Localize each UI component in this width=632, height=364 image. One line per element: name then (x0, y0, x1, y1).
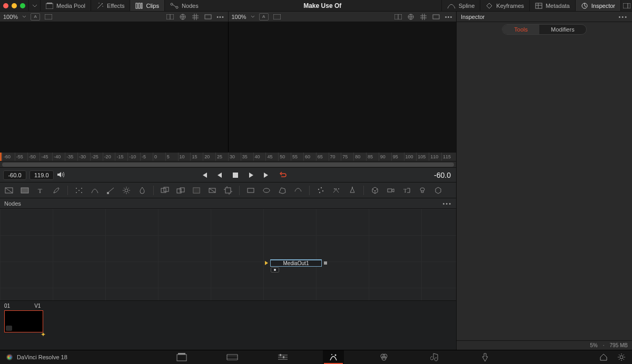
shape3d-tool-icon[interactable] (370, 186, 380, 195)
bspline-mask-icon[interactable] (293, 186, 303, 195)
minimize-window-button[interactable] (12, 3, 17, 8)
right-viewer-more-icon[interactable]: ••• (445, 13, 453, 21)
left-viewer-grid-icon[interactable] (191, 13, 200, 21)
edit-page-tab[interactable] (272, 350, 293, 364)
mediaout-node[interactable]: MediaOut1 (265, 259, 327, 267)
workspace-dropdown[interactable] (28, 0, 40, 11)
layout-toggle-button[interactable] (620, 0, 632, 11)
clips-button[interactable]: Clips (130, 0, 164, 11)
project-settings-button[interactable] (617, 353, 626, 361)
metadata-label: Metadata (546, 3, 570, 9)
keyframes-button[interactable]: Keyframes (480, 0, 529, 11)
inspector-button[interactable]: Inspector (575, 0, 620, 11)
left-viewer-globe-icon[interactable] (179, 13, 187, 21)
particles-tool-icon[interactable] (316, 186, 325, 195)
left-viewer[interactable] (0, 22, 228, 152)
go-start-button[interactable] (200, 171, 208, 179)
volume-icon[interactable] (57, 171, 65, 179)
ruler-tick: 35 (241, 153, 253, 161)
camera3d-tool-icon[interactable] (386, 186, 396, 195)
svg-rect-23 (21, 188, 28, 193)
media-page-tab[interactable] (171, 350, 192, 364)
node-input-port[interactable] (265, 261, 268, 265)
go-end-button[interactable] (263, 171, 271, 179)
inspector-tab-modifiers[interactable]: Modifiers (539, 25, 586, 34)
home-button[interactable] (599, 353, 608, 361)
light3d-tool-icon[interactable] (418, 186, 427, 195)
playhead-marker[interactable] (0, 153, 2, 161)
left-viewer-channel-chip[interactable]: A (31, 13, 40, 21)
fastnoise-tool-icon[interactable] (20, 186, 29, 195)
gpu-usage: 5% (590, 342, 597, 348)
right-viewer-globe-icon[interactable] (407, 13, 415, 21)
inspector-options-icon[interactable]: ••• (618, 14, 628, 20)
loop-button[interactable] (279, 171, 287, 179)
blur-tool-icon[interactable] (137, 186, 147, 195)
rectangle-mask-icon[interactable] (246, 186, 255, 195)
right-viewer-display-icon[interactable] (273, 13, 281, 21)
right-viewer-frame-icon[interactable] (432, 13, 440, 21)
prender-tool-icon[interactable] (332, 186, 341, 195)
colorcorrect-tool-icon[interactable] (106, 186, 115, 195)
clip-thumbnail[interactable]: ✦ (4, 310, 43, 332)
ellipse-mask-icon[interactable] (262, 186, 271, 195)
media-pool-button[interactable]: Media Pool (40, 0, 91, 11)
left-viewer-display-icon[interactable] (44, 13, 53, 21)
mattecontrol-tool-icon[interactable] (160, 186, 170, 195)
right-viewer[interactable] (228, 22, 457, 152)
zoom-window-button[interactable] (20, 3, 25, 8)
tracker-tool-icon[interactable] (74, 186, 84, 195)
stop-button[interactable] (231, 171, 240, 179)
background-tool-icon[interactable] (4, 186, 14, 195)
app-menu[interactable]: DaVinci Resolve 18 (0, 354, 74, 360)
left-viewer-view-icon[interactable] (166, 13, 174, 21)
metadata-button[interactable]: Metadata (529, 0, 575, 11)
node-view-toggle[interactable] (271, 267, 279, 272)
nodes-options-icon[interactable]: ••• (442, 200, 452, 207)
node-output-port[interactable] (324, 261, 327, 265)
right-viewer-view-icon[interactable] (394, 13, 402, 21)
curve-tool-icon[interactable] (90, 186, 100, 195)
clip-add-icon[interactable]: ✦ (41, 331, 46, 338)
left-viewer-more-icon[interactable]: ••• (216, 13, 225, 21)
left-viewer-frame-icon[interactable] (204, 13, 212, 21)
close-window-button[interactable] (3, 3, 8, 8)
inspector-tab-tools[interactable]: Tools (502, 25, 539, 34)
range-bar[interactable] (0, 161, 456, 168)
play-button[interactable] (247, 171, 255, 179)
resize-tool-icon[interactable] (208, 186, 217, 195)
polygon-mask-icon[interactable] (278, 186, 287, 195)
ruler-tick: 65 (316, 153, 329, 161)
keyframes-label: Keyframes (496, 3, 524, 9)
cut-page-tab[interactable] (222, 350, 243, 364)
left-viewer-zoom[interactable]: 100% (3, 14, 18, 20)
fusion-page-tab[interactable] (323, 350, 344, 364)
right-viewer-grid-icon[interactable] (419, 13, 428, 21)
inspector-body (457, 37, 632, 340)
right-viewer-channel-chip[interactable]: A (259, 13, 269, 21)
transform-tool-icon[interactable] (192, 186, 201, 195)
color-page-tab[interactable] (373, 350, 394, 364)
deliver-page-tab[interactable] (475, 350, 496, 364)
window-titlebar: Media Pool Effects Clips Nodes Make Use … (0, 0, 632, 12)
step-back-button[interactable] (215, 171, 224, 179)
ruler-tick: 45 (265, 153, 278, 161)
timecode-out[interactable]: 119.0 (29, 170, 54, 180)
time-ruler[interactable]: -60-55-50-45-40-35-30-25-20-15-10-505101… (0, 152, 456, 161)
paint-tool-icon[interactable] (52, 186, 61, 195)
crop-tool-icon[interactable] (223, 186, 233, 195)
merge-tool-icon[interactable] (176, 186, 185, 195)
render3d-tool-icon[interactable] (433, 186, 443, 195)
right-viewer-zoom[interactable]: 100% (232, 14, 246, 20)
effects-button[interactable]: Effects (91, 0, 130, 11)
text3d-tool-icon[interactable]: T (402, 186, 411, 195)
spline-button[interactable]: Spline (441, 0, 480, 11)
pemitter-tool-icon[interactable] (348, 186, 357, 195)
brightness-tool-icon[interactable] (122, 186, 131, 195)
node-graph-canvas[interactable]: MediaOut1 (0, 209, 456, 300)
timecode-display[interactable]: -60.0 (421, 171, 453, 179)
text-tool-icon[interactable]: T (36, 186, 45, 195)
fairlight-page-tab[interactable] (424, 350, 445, 364)
timecode-in[interactable]: -60.0 (3, 170, 26, 180)
nodes-button[interactable]: Nodes (164, 0, 204, 11)
